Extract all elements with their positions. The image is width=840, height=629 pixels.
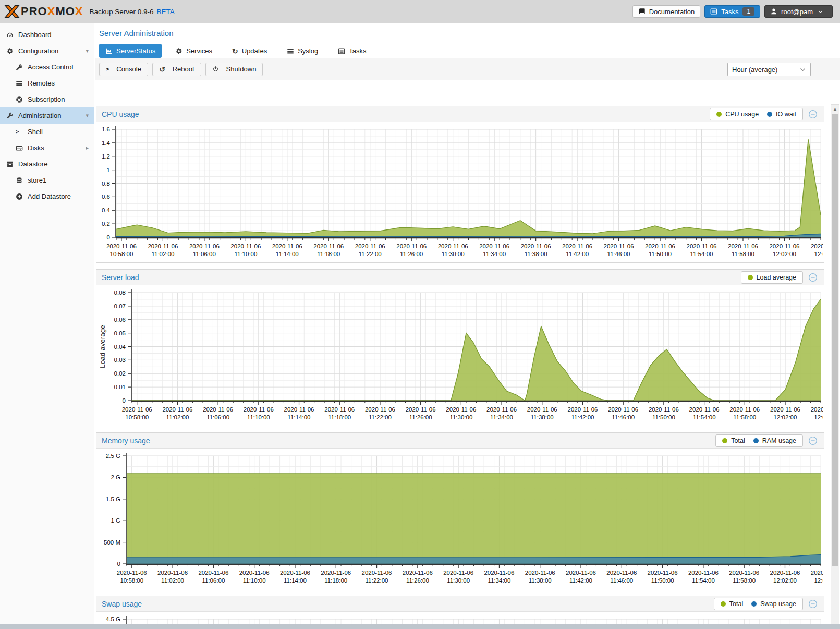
- terminal-icon: >_: [15, 128, 23, 136]
- sidebar-item-label: Access Control: [28, 63, 73, 71]
- proxmox-wordmark: PROXMOX: [21, 5, 83, 18]
- tab-tasks[interactable]: Tasks: [332, 44, 372, 58]
- minus-circle-icon[interactable]: [808, 436, 818, 445]
- tab-syslog[interactable]: Syslog: [281, 44, 324, 58]
- sidebar-item-access-control[interactable]: Access Control: [0, 59, 94, 75]
- sidebar-item-add-datastore[interactable]: Add Datastore: [0, 188, 94, 204]
- tab-label: Tasks: [349, 47, 366, 55]
- svg-text:2020-11-06: 2020-11-06: [406, 406, 436, 413]
- sidebar-item-dashboard[interactable]: Dashboard: [0, 27, 94, 43]
- svg-text:2020-11-06: 2020-11-06: [562, 243, 592, 249]
- tab-services[interactable]: Services: [169, 44, 218, 58]
- reboot-button[interactable]: ↺Reboot: [152, 63, 201, 76]
- svg-text:2020-11-06: 2020-11-06: [189, 243, 220, 249]
- tab-serverstatus[interactable]: ServerStatus: [99, 44, 162, 58]
- tab-updates[interactable]: ↻Updates: [226, 44, 273, 58]
- minus-circle-icon[interactable]: [808, 599, 818, 609]
- svg-text:11:02:00: 11:02:00: [166, 414, 189, 420]
- chevron-down-icon[interactable]: ▾: [86, 47, 89, 54]
- svg-text:11:50:00: 11:50:00: [651, 577, 674, 584]
- sidebar-item-store1[interactable]: store1: [0, 172, 94, 188]
- svg-text:2020-11-06: 2020-11-06: [689, 406, 720, 413]
- svg-text:11:50:00: 11:50:00: [649, 251, 672, 257]
- scroll-up-arrow[interactable]: ▲: [831, 105, 839, 113]
- sidebar-item-configuration[interactable]: Configuration▾: [0, 43, 94, 59]
- svg-text:10:58:00: 10:58:00: [120, 577, 143, 584]
- panel-header-memory-usage: Memory usageTotalRAM usage: [96, 433, 824, 449]
- page-title: Server Administration: [95, 23, 840, 42]
- minus-circle-icon[interactable]: [808, 110, 818, 119]
- disk-icon: [15, 144, 23, 152]
- database-icon: [15, 176, 23, 185]
- legend-item-swap-usage[interactable]: Swap usage: [751, 600, 796, 608]
- svg-text:2020-11-06: 2020-11-06: [811, 570, 823, 576]
- beta-link[interactable]: BETA: [157, 8, 175, 16]
- panel-body-server-load: 2020-11-0610:58:002020-11-0611:02:002020…: [96, 285, 824, 426]
- sidebar-item-label: Remotes: [28, 79, 55, 87]
- svg-text:2020-11-06: 2020-11-06: [527, 406, 557, 413]
- proxmox-logo: PROXMOX: [4, 5, 83, 18]
- svg-text:2020-11-06: 2020-11-06: [321, 570, 351, 576]
- tasks-button[interactable]: Tasks 1: [704, 5, 760, 18]
- legend-label: Load average: [757, 274, 796, 281]
- lifering-icon: [15, 95, 23, 104]
- shutdown-button[interactable]: Shutdown: [205, 63, 263, 76]
- svg-text:2020-11-06: 2020-11-06: [244, 406, 274, 413]
- svg-text:11:26:00: 11:26:00: [409, 414, 432, 420]
- toolbar-button-label: Shutdown: [226, 65, 257, 73]
- svg-text:2020-11-06: 2020-11-06: [403, 570, 433, 576]
- legend-label: Swap usage: [760, 600, 796, 608]
- user-menu-button[interactable]: root@pam: [764, 5, 833, 18]
- svg-text:11:18:00: 11:18:00: [328, 414, 351, 420]
- svg-text:2020-11-06: 2020-11-06: [239, 570, 270, 576]
- vertical-scrollbar[interactable]: ▲ ▼: [831, 104, 839, 629]
- svg-text:2020-11-06: 2020-11-06: [608, 406, 638, 413]
- sidebar-item-label: Dashboard: [18, 31, 52, 39]
- panel-title: Server load: [102, 273, 139, 282]
- svg-text:2020-11-06: 2020-11-06: [122, 406, 152, 413]
- legend-color-dot: [767, 112, 772, 117]
- terminal-icon: >_: [106, 66, 113, 72]
- chevron-right-icon[interactable]: ▸: [86, 144, 89, 151]
- sidebar-item-datastore[interactable]: Datastore: [0, 156, 94, 172]
- console-button[interactable]: >_Console: [99, 63, 148, 76]
- panel-body-cpu-usage: 2020-11-0610:58:002020-11-0611:02:002020…: [96, 122, 824, 262]
- timeframe-select[interactable]: Hour (average): [727, 63, 811, 76]
- legend-item-cpu-usage[interactable]: CPU usage: [716, 111, 759, 118]
- svg-text:11:38:00: 11:38:00: [529, 577, 552, 584]
- minus-circle-icon[interactable]: [808, 273, 818, 282]
- legend-item-ram-usage[interactable]: RAM usage: [753, 437, 796, 444]
- timeframe-value: Hour (average): [732, 66, 777, 74]
- svg-text:2020-11-06: 2020-11-06: [648, 570, 678, 576]
- svg-text:11:42:00: 11:42:00: [571, 414, 594, 420]
- svg-text:2020-11-06: 2020-11-06: [479, 243, 509, 249]
- chevron-down-icon[interactable]: ▾: [86, 112, 89, 119]
- svg-text:0.01: 0.01: [114, 384, 126, 390]
- svg-text:2020-11-06: 2020-11-06: [148, 243, 178, 249]
- svg-text:11:50:00: 11:50:00: [652, 414, 675, 420]
- sidebar-item-administration[interactable]: Administration▾: [0, 107, 94, 124]
- sidebar-item-disks[interactable]: Disks▸: [0, 140, 94, 156]
- legend-item-total[interactable]: Total: [721, 600, 743, 608]
- svg-text:2020-11-06: 2020-11-06: [521, 243, 551, 249]
- svg-text:0: 0: [107, 234, 110, 240]
- svg-text:0.4: 0.4: [102, 207, 111, 213]
- sidebar-item-shell[interactable]: >_Shell: [0, 124, 94, 140]
- svg-text:11:46:00: 11:46:00: [612, 414, 635, 420]
- svg-text:2020-11-06: 2020-11-06: [284, 406, 314, 413]
- svg-text:11:18:00: 11:18:00: [317, 251, 340, 257]
- legend-item-load-average[interactable]: Load average: [748, 274, 796, 281]
- chart-canvas: 2020-11-0610:58:002020-11-0611:02:002020…: [98, 613, 823, 624]
- svg-text:0.8: 0.8: [102, 180, 110, 187]
- legend-item-io-wait[interactable]: IO wait: [767, 111, 796, 118]
- svg-text:11:38:00: 11:38:00: [525, 251, 547, 257]
- legend-item-total[interactable]: Total: [722, 437, 745, 444]
- documentation-button[interactable]: Documentation: [632, 5, 700, 18]
- scrollbar-thumb[interactable]: [832, 114, 838, 566]
- legend-color-dot: [751, 601, 757, 607]
- svg-text:2020-11-06: 2020-11-06: [446, 406, 476, 413]
- app-header: PROXMOX Backup Server 0.9-6 BETA Documen…: [0, 0, 840, 23]
- panel-cpu-usage: CPU usageCPU usageIO wait2020-11-0610:58…: [96, 106, 824, 263]
- sidebar-item-subscription[interactable]: Subscription: [0, 91, 94, 107]
- sidebar-item-remotes[interactable]: Remotes: [0, 75, 94, 91]
